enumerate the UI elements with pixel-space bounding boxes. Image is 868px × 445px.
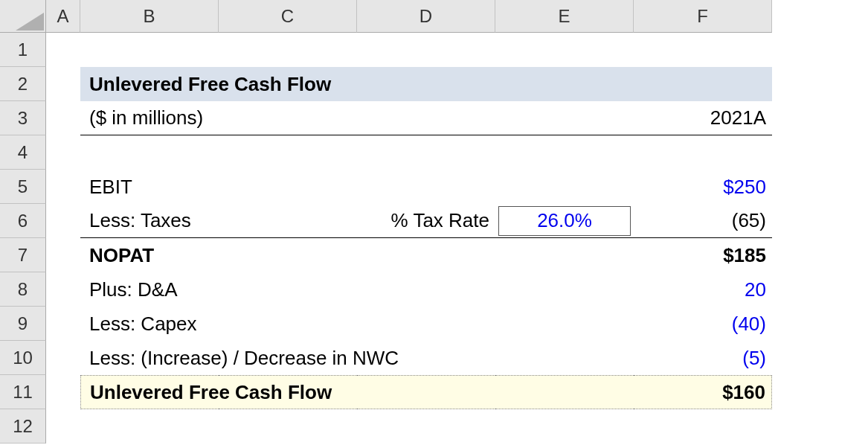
label-less-capex[interactable]: Less: Capex	[80, 307, 219, 341]
col-header-E[interactable]: E	[495, 0, 634, 33]
cell-E10[interactable]	[495, 341, 634, 375]
cell-A1[interactable]	[46, 33, 80, 67]
units-cell[interactable]: ($ in millions)	[80, 101, 219, 135]
cell-E8[interactable]	[495, 272, 634, 307]
cell-E9[interactable]	[495, 307, 634, 341]
cell-D1[interactable]	[357, 33, 495, 67]
cell-A9[interactable]	[46, 307, 80, 341]
cell-A3[interactable]	[46, 101, 80, 135]
cell-A7[interactable]	[46, 238, 80, 272]
cell-D11[interactable]	[357, 375, 495, 409]
cell-A5[interactable]	[46, 170, 80, 204]
cell-B1[interactable]	[80, 33, 219, 67]
cell-A11[interactable]	[46, 375, 80, 409]
cell-E1[interactable]	[495, 33, 634, 67]
value-nwc[interactable]: (5)	[634, 341, 772, 375]
period-cell[interactable]: 2021A	[634, 101, 772, 135]
cell-A6[interactable]	[46, 204, 80, 238]
cell-E11[interactable]	[495, 375, 634, 409]
label-tax-rate[interactable]: % Tax Rate	[357, 204, 495, 238]
row-header-2[interactable]: 2	[0, 67, 46, 101]
cell-C4[interactable]	[219, 135, 357, 170]
value-taxes[interactable]: (65)	[634, 204, 772, 238]
cell-A12[interactable]	[46, 409, 80, 444]
cell-C12[interactable]	[219, 409, 357, 444]
cell-B4[interactable]	[80, 135, 219, 170]
cell-D4[interactable]	[357, 135, 495, 170]
value-da[interactable]: 20	[634, 272, 772, 307]
row-header-10[interactable]: 10	[0, 341, 46, 375]
cell-C9[interactable]	[219, 307, 357, 341]
label-plus-da[interactable]: Plus: D&A	[80, 272, 219, 307]
value-capex[interactable]: (40)	[634, 307, 772, 341]
select-all-corner[interactable]	[0, 0, 46, 33]
cell-A4[interactable]	[46, 135, 80, 170]
row-header-11[interactable]: 11	[0, 375, 46, 409]
cell-A10[interactable]	[46, 341, 80, 375]
cell-D5[interactable]	[357, 170, 495, 204]
value-ebit[interactable]: $250	[634, 170, 772, 204]
cell-E5[interactable]	[495, 170, 634, 204]
title-cell[interactable]: Unlevered Free Cash Flow	[80, 67, 772, 101]
row-header-12[interactable]: 12	[0, 409, 46, 444]
cell-E4[interactable]	[495, 135, 634, 170]
cell-C7[interactable]	[219, 238, 357, 272]
value-ufcf[interactable]: $160	[634, 375, 772, 409]
cell-C3[interactable]	[219, 101, 357, 135]
cell-A2[interactable]	[46, 67, 80, 101]
cell-A8[interactable]	[46, 272, 80, 307]
cell-C1[interactable]	[219, 33, 357, 67]
cell-E12[interactable]	[495, 409, 634, 444]
cell-B12[interactable]	[80, 409, 219, 444]
col-header-B[interactable]: B	[80, 0, 219, 33]
row-header-1[interactable]: 1	[0, 33, 46, 67]
value-nopat[interactable]: $185	[634, 238, 772, 272]
cell-D3[interactable]	[357, 101, 495, 135]
row-header-3[interactable]: 3	[0, 101, 46, 135]
cell-F1[interactable]	[634, 33, 772, 67]
cell-C8[interactable]	[219, 272, 357, 307]
row-header-4[interactable]: 4	[0, 135, 46, 170]
cell-D8[interactable]	[357, 272, 495, 307]
cell-F4[interactable]	[634, 135, 772, 170]
row-header-6[interactable]: 6	[0, 204, 46, 238]
cell-E6[interactable]: 26.0%	[495, 204, 634, 238]
cell-D12[interactable]	[357, 409, 495, 444]
label-ebit[interactable]: EBIT	[80, 170, 219, 204]
label-less-nwc[interactable]: Less: (Increase) / Decrease in NWC	[80, 341, 219, 375]
label-less-taxes[interactable]: Less: Taxes	[80, 204, 219, 238]
row-header-9[interactable]: 9	[0, 307, 46, 341]
col-header-F[interactable]: F	[634, 0, 772, 33]
row-header-8[interactable]: 8	[0, 272, 46, 307]
cell-D9[interactable]	[357, 307, 495, 341]
cell-E3[interactable]	[495, 101, 634, 135]
row-header-5[interactable]: 5	[0, 170, 46, 204]
label-nopat[interactable]: NOPAT	[80, 238, 219, 272]
cell-F12[interactable]	[634, 409, 772, 444]
row-header-7[interactable]: 7	[0, 238, 46, 272]
cell-E7[interactable]	[495, 238, 634, 272]
cell-D7[interactable]	[357, 238, 495, 272]
tax-rate-input[interactable]: 26.0%	[498, 206, 631, 236]
col-header-C[interactable]: C	[219, 0, 357, 33]
cell-C6[interactable]	[219, 204, 357, 238]
col-header-D[interactable]: D	[357, 0, 495, 33]
spreadsheet-grid[interactable]: A B C D E F 1 2 Unlevered Free Cash Flow…	[0, 0, 772, 444]
label-ufcf[interactable]: Unlevered Free Cash Flow	[80, 375, 219, 409]
col-header-A[interactable]: A	[46, 0, 80, 33]
cell-C5[interactable]	[219, 170, 357, 204]
